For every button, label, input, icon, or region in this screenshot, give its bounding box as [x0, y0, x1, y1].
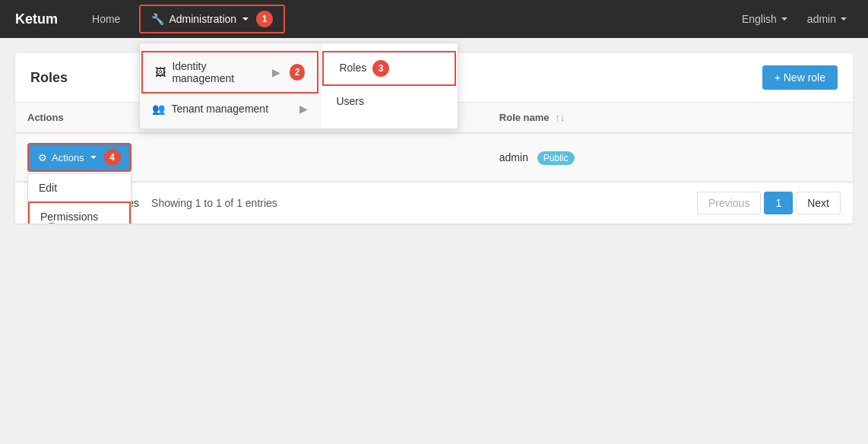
- table-footer: Show 10 25 50 entries Showing 1 to 1 of …: [15, 182, 853, 224]
- chevron-down-icon: [242, 17, 249, 21]
- nav-links: Home 🔧 Administration 1 🖼 Identity manag…: [81, 0, 736, 38]
- step-5-label: 5: [43, 223, 60, 224]
- users-menu-label: Users: [336, 95, 364, 107]
- step-4-label: 4: [104, 149, 121, 166]
- mega-dropdown-right: Roles 3 Users: [321, 43, 458, 128]
- administration-label: Administration: [169, 13, 236, 25]
- actions-dropdown: Edit Permissions 5: [27, 173, 131, 224]
- role-name-column-label: Role name: [499, 112, 550, 123]
- navbar: Ketum Home 🔧 Administration 1 🖼 Identity…: [0, 0, 868, 38]
- tenant-icon: 👥: [152, 103, 165, 115]
- actions-button-label: Actions: [52, 152, 84, 163]
- brand: Ketum: [15, 11, 58, 27]
- edit-label: Edit: [39, 182, 57, 194]
- user-menu[interactable]: admin: [801, 10, 853, 28]
- next-button[interactable]: Next: [796, 192, 841, 214]
- table-row: ⚙ Actions 4 Edit: [15, 133, 853, 182]
- administration-toggle[interactable]: 🔧 Administration 1: [139, 5, 285, 33]
- wrench-icon: 🔧: [151, 13, 164, 25]
- nav-administration-dropdown: 🔧 Administration 1 🖼 Identity management…: [139, 5, 285, 33]
- actions-column-label: Actions: [27, 112, 64, 123]
- tenant-management-label: Tenant management: [171, 103, 268, 115]
- mega-dropdown: 🖼 Identity management ▶ 2 👥 Tenant manag…: [139, 43, 458, 129]
- nav-home[interactable]: Home: [81, 0, 131, 38]
- edit-action[interactable]: Edit: [28, 174, 131, 201]
- tenant-management-item[interactable]: 👥 Tenant management ▶: [140, 95, 320, 122]
- step-3-label: 3: [372, 60, 389, 77]
- actions-caret-icon: [90, 156, 97, 159]
- actions-button[interactable]: ⚙ Actions 4: [27, 143, 131, 172]
- actions-dropdown-wrapper: ⚙ Actions 4 Edit: [27, 143, 131, 172]
- gear-icon: ⚙: [38, 152, 47, 163]
- identity-icon: 🖼: [155, 66, 166, 78]
- permissions-action[interactable]: Permissions 5: [28, 201, 131, 224]
- mega-dropdown-left: 🖼 Identity management ▶ 2 👥 Tenant manag…: [140, 43, 321, 128]
- previous-button[interactable]: Previous: [697, 192, 761, 214]
- user-label: admin: [807, 13, 836, 25]
- arrow-right-icon: ▶: [272, 66, 280, 78]
- showing-text: Showing 1 to 1 of 1 entries: [151, 197, 277, 209]
- public-badge: Public: [537, 151, 575, 165]
- arrow-right-icon-2: ▶: [299, 103, 308, 115]
- page-1-button[interactable]: 1: [764, 192, 793, 214]
- language-chevron-icon: [781, 17, 787, 21]
- step-2-label: 2: [290, 64, 306, 81]
- language-label: English: [742, 13, 777, 25]
- roles-menu-item[interactable]: Roles 3: [322, 51, 456, 86]
- pagination: Previous 1 Next: [697, 192, 841, 214]
- identity-management-label: Identity management: [172, 60, 265, 84]
- new-role-label: + New role: [775, 71, 825, 84]
- step-1-label: 1: [256, 11, 273, 27]
- navbar-right: English admin: [736, 10, 853, 28]
- page-title: Roles: [30, 70, 68, 86]
- user-chevron-icon: [841, 17, 847, 21]
- sort-icon: ↑↓: [555, 112, 565, 123]
- table-body: ⚙ Actions 4 Edit: [15, 133, 853, 182]
- new-role-button[interactable]: + New role: [762, 65, 838, 90]
- role-name-column-header[interactable]: Role name ↑↓: [487, 103, 853, 133]
- role-name-value: admin: [499, 151, 528, 163]
- roles-menu-label: Roles: [339, 62, 366, 74]
- users-menu-item[interactable]: Users: [321, 87, 458, 115]
- actions-cell: ⚙ Actions 4 Edit: [15, 133, 487, 182]
- permissions-label: Permissions: [40, 211, 98, 223]
- role-name-cell: admin Public: [487, 133, 853, 182]
- identity-management-item[interactable]: 🖼 Identity management ▶ 2: [141, 51, 318, 94]
- language-selector[interactable]: English: [736, 10, 794, 28]
